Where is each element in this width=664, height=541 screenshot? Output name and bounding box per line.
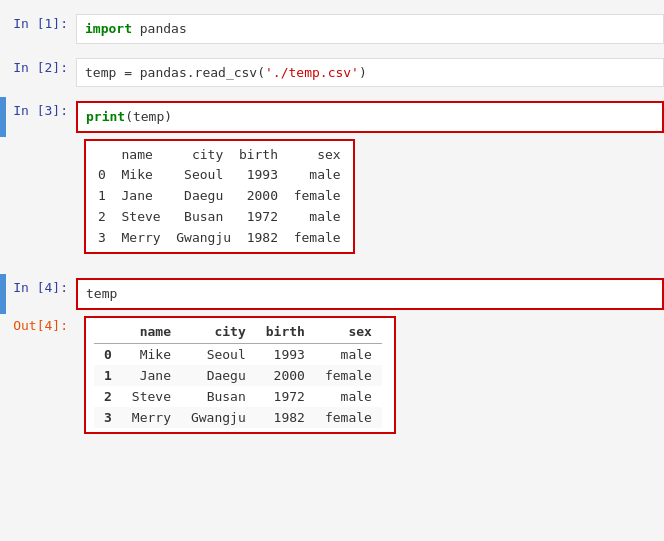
df-row-2: 2 Steve Busan 1972 male xyxy=(94,386,382,407)
df-city-3: Gwangju xyxy=(181,407,256,428)
cell-1-code[interactable]: import pandas xyxy=(76,14,664,44)
df-idx-2: 2 xyxy=(94,386,122,407)
cell-4-input-area: In [4]: temp xyxy=(6,274,664,314)
cell-3-in-label: In [3]: xyxy=(6,101,76,118)
cell-2-input-area: In [2]: temp = pandas.read_csv('./temp.c… xyxy=(6,54,664,92)
code-text-pandas: pandas xyxy=(140,21,187,36)
cell-3: In [3]: print(temp) xyxy=(0,97,664,137)
cell-3-output-area: name city birth sex 0 Mike Seoul 1993 ma… xyxy=(0,137,664,263)
code-print-args: (temp) xyxy=(125,109,172,124)
df-row-3: 3 Merry Gwangju 1982 female xyxy=(94,407,382,428)
df-idx-0: 0 xyxy=(94,343,122,365)
code-string: './temp.csv' xyxy=(265,65,359,80)
df-row-0: 0 Mike Seoul 1993 male xyxy=(94,343,382,365)
cell-1: In [1]: import pandas xyxy=(0,10,664,48)
code-text-assign: temp = pandas.read_csv( xyxy=(85,65,265,80)
cell-4: In [4]: temp xyxy=(0,274,664,314)
df-col-city: city xyxy=(181,322,256,344)
dataframe-table: name city birth sex 0 Mike Seoul 1993 ma xyxy=(94,322,382,428)
cell-2-in-label: In [2]: xyxy=(6,58,76,75)
cell-3-code[interactable]: print(temp) xyxy=(76,101,664,133)
df-birth-0: 1993 xyxy=(256,343,315,365)
df-city-2: Busan xyxy=(181,386,256,407)
cell-4-output-content: name city birth sex 0 Mike Seoul 1993 ma xyxy=(76,316,664,437)
df-name-2: Steve xyxy=(122,386,181,407)
df-sex-3: female xyxy=(315,407,382,428)
code-temp-var: temp xyxy=(86,286,117,301)
cell-1-in-label: In [1]: xyxy=(6,14,76,31)
df-city-1: Daegu xyxy=(181,365,256,386)
df-col-index xyxy=(94,322,122,344)
df-col-name: name xyxy=(122,322,181,344)
cell-2: In [2]: temp = pandas.read_csv('./temp.c… xyxy=(0,54,664,92)
df-name-1: Jane xyxy=(122,365,181,386)
cell-2-code[interactable]: temp = pandas.read_csv('./temp.csv') xyxy=(76,58,664,88)
df-idx-1: 1 xyxy=(94,365,122,386)
df-col-birth: birth xyxy=(256,322,315,344)
cell-3-input-area: In [3]: print(temp) xyxy=(6,97,664,137)
keyword-import: import xyxy=(85,21,132,36)
cell-4-in-label: In [4]: xyxy=(6,278,76,295)
df-sex-1: female xyxy=(315,365,382,386)
df-idx-3: 3 xyxy=(94,407,122,428)
df-row-1: 1 Jane Daegu 2000 female xyxy=(94,365,382,386)
cell-4-output-area: Out[4]: name city birth sex xyxy=(0,314,664,445)
df-name-3: Merry xyxy=(122,407,181,428)
cell-4-out-label: Out[4]: xyxy=(6,316,76,333)
code-paren-close: ) xyxy=(359,65,367,80)
df-col-sex: sex xyxy=(315,322,382,344)
df-birth-2: 1972 xyxy=(256,386,315,407)
cell-4-code[interactable]: temp xyxy=(76,278,664,310)
df-sex-2: male xyxy=(315,386,382,407)
cell-3-output-content: name city birth sex 0 Mike Seoul 1993 ma… xyxy=(76,139,664,255)
df-name-0: Mike xyxy=(122,343,181,365)
df-sex-0: male xyxy=(315,343,382,365)
df-city-0: Seoul xyxy=(181,343,256,365)
cell-3-text-output: name city birth sex 0 Mike Seoul 1993 ma… xyxy=(84,139,355,255)
df-birth-1: 2000 xyxy=(256,365,315,386)
df-header-row: name city birth sex xyxy=(94,322,382,344)
cell-1-input-area: In [1]: import pandas xyxy=(6,10,664,48)
keyword-print: print xyxy=(86,109,125,124)
df-birth-3: 1982 xyxy=(256,407,315,428)
notebook: In [1]: import pandas In [2]: temp = pan… xyxy=(0,0,664,541)
cell-3-output-text: name city birth sex 0 Mike Seoul 1993 ma… xyxy=(98,147,341,245)
cell-4-dataframe: name city birth sex 0 Mike Seoul 1993 ma xyxy=(84,316,396,434)
